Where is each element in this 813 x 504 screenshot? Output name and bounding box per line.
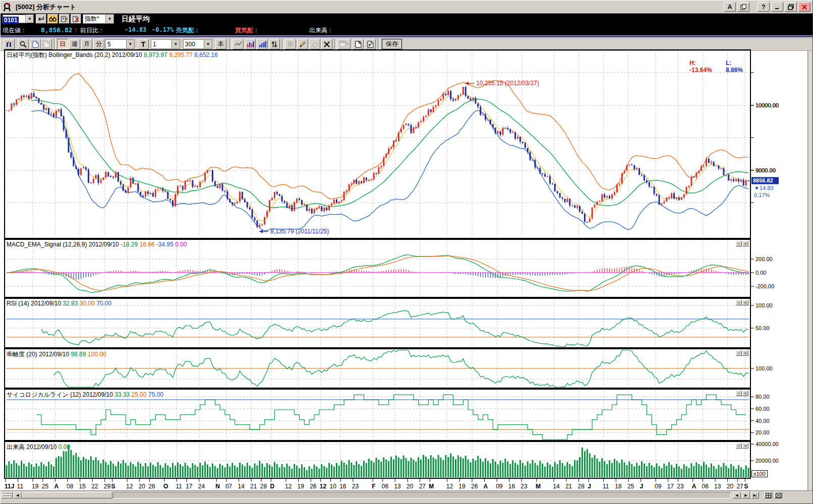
bottom-scrollbar: ◀ ◀ ▶ ▶|	[1, 490, 812, 499]
x-tick-label: 25	[627, 483, 634, 490]
x-tick-label: S	[744, 483, 748, 490]
x-tick-label: 11	[603, 483, 609, 490]
volume-unit-label: x100	[751, 470, 768, 477]
panel-minimize-button[interactable]: −	[736, 391, 742, 396]
x-tick-label: 29	[104, 483, 111, 490]
high-percent-label: H: -13.64%	[689, 59, 712, 74]
x-tick-label: 19	[458, 483, 466, 490]
axis-label-psych: 80.00	[756, 394, 770, 400]
analysis-chart-window: [5002] 分析チャート A ? 0101 ▼	[0, 0, 813, 504]
high-annotation-text: 10,255.15 (2012/03/27)	[476, 80, 539, 87]
x-tick-label: 16	[339, 483, 346, 490]
tile-windows-button[interactable]	[764, 492, 772, 498]
x-tick-label: 26	[148, 483, 155, 490]
x-tick-label: J	[588, 483, 591, 490]
x-tick-label: 21	[250, 483, 257, 490]
nav-next-button[interactable]: ▶	[742, 492, 750, 498]
axis-label-volume: 20000.00	[756, 458, 779, 464]
x-tick-label: 12	[320, 483, 327, 490]
panel-header-rsi: RSI (14) 2012/09/10 32.93 30.00 70.00	[7, 300, 111, 307]
x-tick-label: 28	[578, 483, 585, 490]
last-change: ▼14.83	[754, 185, 773, 191]
x-tick-label: M	[429, 483, 434, 490]
x-tick-label: 16	[508, 483, 515, 490]
x-tick-label: S	[111, 483, 115, 490]
panel-header-main: 日経平均(指数) Bollinger_Bands (20,2) 2012/09/…	[7, 51, 218, 59]
x-tick-label: 11	[176, 483, 182, 490]
tile-icon	[766, 493, 771, 498]
axis-label-psych: 40.00	[756, 418, 770, 424]
x-tick-label: 25	[42, 483, 49, 490]
x-tick-label: A	[54, 483, 59, 490]
x-tick-label: 06	[702, 483, 709, 490]
x-tick-label: 12	[126, 483, 133, 490]
scrollbar-grip[interactable]	[2, 492, 13, 498]
panel-close-button[interactable]: ×	[742, 300, 748, 305]
axis-label-psych: 60.00	[756, 406, 770, 412]
right-groove	[807, 51, 810, 490]
panel-minimize-button[interactable]: −	[736, 300, 742, 305]
box-x-icon	[776, 493, 781, 498]
x-tick-label: 12	[446, 483, 453, 490]
x-tick-label: M	[536, 483, 541, 490]
axis-label-macd: 0.00	[756, 270, 766, 276]
x-tick-label: 22	[91, 483, 98, 490]
axis-label-volume: 40000.00	[756, 441, 779, 447]
x-tick-label: 14	[553, 483, 560, 490]
x-tick-label: 28	[260, 483, 267, 490]
x-tick-label: O	[163, 483, 168, 490]
x-tick-label: 26	[310, 483, 317, 490]
panel-header-psych: サイコロジカルライン (12) 2012/09/10 33.33 25.00 7…	[7, 391, 163, 399]
x-tick-label: 26	[471, 483, 478, 490]
low-percent-label: L: 8.86%	[726, 59, 743, 74]
x-tick-label: A	[484, 483, 488, 490]
x-tick-label: 17	[186, 483, 193, 490]
panel-close-button[interactable]: ×	[742, 350, 748, 356]
panel-header-macd: MACD_EMA_Signal (12,26,9) 2012/09/10 -18…	[7, 241, 187, 248]
scroll-left-button[interactable]: ◀	[14, 492, 22, 498]
nav-end-button[interactable]: ▶|	[751, 492, 759, 498]
x-tick-label: 19	[32, 483, 39, 490]
x-tick-label: 24	[198, 483, 205, 490]
x-tick-label: 14	[238, 483, 245, 490]
x-tick-label: D	[270, 483, 274, 490]
x-tick-label: 10	[330, 483, 337, 490]
axis-label-main: 10000.00	[756, 102, 779, 108]
panel-close-button[interactable]: ×	[742, 443, 748, 449]
x-tick-label: 13	[394, 483, 401, 490]
x-tick-label: 17	[667, 483, 674, 490]
x-tick-label: 23	[677, 483, 684, 490]
x-tick-label: 20	[139, 483, 146, 490]
panel-minimize-button[interactable]: −	[736, 350, 742, 356]
nav-prev-button[interactable]: ◀	[733, 492, 741, 498]
x-tick-label: A	[692, 483, 696, 490]
axis-label-macd: -200.00	[756, 283, 774, 289]
panel-close-button[interactable]: ×	[742, 241, 748, 246]
scrollbar-thumb[interactable]	[22, 492, 112, 498]
panel-minimize-button[interactable]: −	[736, 241, 742, 246]
panel-minimize-button[interactable]: −	[736, 443, 742, 449]
x-tick-label: F	[372, 483, 375, 490]
axis-label-main: 9000.00	[756, 167, 776, 173]
x-tick-label: 07	[225, 483, 233, 490]
chart-canvas[interactable]: 10,255.15 (2012/03/27)8,135.79 (2011/11/…	[1, 1, 813, 504]
x-tick-label: 08	[67, 483, 74, 490]
scrollbar-track[interactable]	[113, 492, 731, 498]
panel-close-button[interactable]: ×	[742, 391, 748, 396]
x-tick-label: 15	[79, 483, 86, 490]
x-tick-label: 13	[714, 483, 721, 490]
x-tick-label: 21	[565, 483, 572, 490]
x-tick-label: 27	[419, 483, 426, 490]
x-tick-label: 18	[615, 483, 622, 490]
low-annotation-text: 8,135.79 (2011/11/25)	[270, 228, 329, 235]
axis-label-rsi: 50.00	[756, 325, 770, 331]
axis-label-rsi: 100.00	[756, 302, 773, 308]
last-price: 8856.82	[753, 177, 773, 183]
x-tick-label: 20	[406, 483, 414, 490]
x-tick-label: 23	[520, 483, 528, 490]
axis-label-psych: 20.00	[756, 429, 770, 435]
close-panel-button[interactable]	[774, 492, 782, 498]
panel-header-kairi: 乖離度 (20) 2012/09/10 98.69 100.00	[7, 350, 106, 359]
x-tick-label: 09	[655, 483, 662, 490]
x-tick-label: 12	[285, 483, 292, 490]
